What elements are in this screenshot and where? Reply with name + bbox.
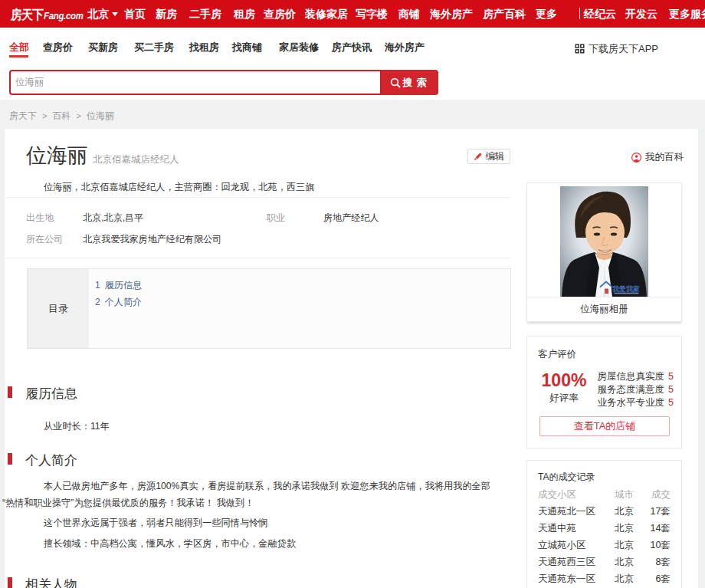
- my-baike-link[interactable]: 我的百科: [631, 151, 684, 164]
- deals-header-row: 成交小区城市成交: [527, 488, 683, 505]
- topnav-shop[interactable]: 商铺: [398, 8, 420, 20]
- rating-row-authenticity: 房屋信息真实度5: [527, 370, 674, 383]
- logo-fang-cn[interactable]: 房天下: [11, 6, 43, 24]
- page: 房天下 Fang.com 北京 首页 新房 二手房 租房 查房价 装修家居 写字…: [0, 0, 705, 588]
- breadcrumb-separator: >: [42, 111, 47, 120]
- intro-paragraph-2: 这个世界永远属于强者，弱者只能得到一些同情与怜悯: [2, 514, 502, 531]
- section-title-resume: 履历信息: [25, 385, 77, 402]
- profile-summary: 位海丽，北京佰嘉城店经纪人，主营商圈：回龙观，北苑，西三旗: [2, 181, 510, 193]
- topnav-newhouse[interactable]: 新房: [156, 8, 177, 20]
- city-selector[interactable]: 北京: [87, 8, 118, 20]
- view-shop-button[interactable]: 查看TA的店铺: [539, 416, 670, 436]
- field-label-birthplace: 出生地: [26, 212, 54, 225]
- field-value-birthplace: 北京,北京,昌平: [83, 212, 143, 225]
- profile-info-grid: 出生地 北京,北京,昌平 职业 房地产经纪人 所在公司 北京我爱我家房地产经纪有…: [6, 197, 510, 258]
- subnav-decor[interactable]: 家居装修: [279, 42, 319, 53]
- topbar-divider: [579, 8, 580, 19]
- subnav-rent[interactable]: 找租房: [189, 42, 219, 53]
- svg-text:我爱我家: 我爱我家: [612, 285, 640, 293]
- breadcrumb-baike[interactable]: 百科: [52, 110, 70, 121]
- topnav-resale[interactable]: 二手房: [189, 8, 221, 20]
- logo-fang-en[interactable]: Fang.com: [44, 11, 84, 21]
- toc-label: 目录: [28, 269, 89, 348]
- user-circle-icon: [631, 153, 641, 163]
- subnav: 全部 查房价 买新房 买二手房 找租房 找商铺 家居装修 房产快讯 海外房产 下…: [0, 28, 705, 67]
- breadcrumb-band: 房天下>百科>位海丽: [0, 100, 705, 129]
- topnav-baike[interactable]: 房产百科: [483, 8, 526, 20]
- subnav-all[interactable]: 全部: [9, 42, 29, 53]
- deals-row-3[interactable]: 立城苑小区北京10套: [527, 539, 683, 556]
- deals-row-5[interactable]: 天通苑东一区北京6套: [527, 573, 683, 588]
- review-card: 客户评价 100% 好评率 房屋信息真实度5 服务态度满意度5 业务水平专业度5…: [526, 336, 682, 448]
- topnav-agent-cloud[interactable]: 经纪云: [584, 8, 616, 20]
- section-bullet: [8, 453, 12, 465]
- subnav-price[interactable]: 查房价: [43, 42, 73, 53]
- breadcrumb-separator: >: [76, 111, 80, 120]
- section-bullet: [8, 386, 12, 398]
- topnav-decor[interactable]: 装修家居: [305, 8, 348, 20]
- topnav-more-services[interactable]: 更多服务: [669, 8, 705, 20]
- profile-subtitle: 北京佰嘉城店经纪人: [93, 153, 179, 166]
- toc-item-number: 1: [95, 280, 100, 291]
- search-input[interactable]: [9, 70, 382, 95]
- topnav-rent[interactable]: 租房: [234, 8, 255, 20]
- resume-line: 从业时长：11年: [44, 420, 110, 433]
- qr-code-icon: [575, 44, 585, 56]
- subnav-buy-resale[interactable]: 买二手房: [134, 42, 174, 53]
- breadcrumb-current: 位海丽: [87, 110, 114, 121]
- breadcrumb: 房天下>百科>位海丽: [9, 110, 114, 123]
- topnav-more[interactable]: 更多: [536, 8, 557, 20]
- deals-title: TA的成交记录: [538, 471, 595, 484]
- profile-content: 位海丽 北京佰嘉城店经纪人 编辑 位海丽，北京佰嘉城店经纪人，主营商圈：回龙观，…: [5, 129, 515, 588]
- deals-row-1[interactable]: 天通苑北一区北京17套: [527, 505, 683, 522]
- pencil-icon: [474, 152, 483, 161]
- caret-down-icon: [112, 12, 118, 16]
- deals-row-4[interactable]: 天通苑西三区北京8套: [527, 556, 683, 573]
- section-bullet: [8, 577, 12, 588]
- intro-paragraph-1: 本人已做房地产多年，房源100%真实，看房提前联系，我的承诺我做到 欢迎您来我的…: [2, 478, 502, 511]
- topnav-dev-cloud[interactable]: 开发云: [625, 8, 657, 20]
- album-caption[interactable]: 位海丽相册: [527, 297, 681, 321]
- field-value-occupation: 房地产经纪人: [323, 212, 379, 225]
- topnav-home[interactable]: 首页: [124, 8, 146, 20]
- rating-row-attitude: 服务态度满意度5: [527, 383, 674, 396]
- page-title: 位海丽: [26, 142, 88, 169]
- topnav-overseas[interactable]: 海外房产: [430, 8, 473, 20]
- agent-photo: 我爱我家: [560, 186, 648, 297]
- subnav-overseas[interactable]: 海外房产: [385, 42, 425, 53]
- deals-row-2[interactable]: 天通中苑北京14套: [527, 522, 683, 539]
- edit-button[interactable]: 编辑: [467, 149, 510, 164]
- section-title-intro: 个人简介: [25, 452, 77, 469]
- intro-paragraph-3: 擅长领域：中高档公寓，懂风水，学区房，市中心，金融贷款: [2, 535, 502, 552]
- breadcrumb-home[interactable]: 房天下: [9, 110, 37, 121]
- download-app-link[interactable]: 下载房天下APP: [575, 42, 658, 56]
- toc-box: 目录 1履历信息 2个人简介: [27, 268, 511, 349]
- deals-card: TA的成交记录 成交小区城市成交 天通苑北一区北京17套 天通中苑北京14套 立…: [526, 460, 682, 588]
- toc-item-2: 2个人简介: [95, 296, 142, 309]
- topnav-price[interactable]: 查房价: [264, 8, 296, 20]
- toc-item-number: 2: [95, 297, 100, 307]
- subnav-buy-new[interactable]: 买新房: [88, 42, 118, 53]
- field-label-occupation: 职业: [267, 212, 285, 225]
- topnav-office[interactable]: 写字楼: [356, 8, 388, 20]
- toc-item-1: 1履历信息: [95, 279, 142, 292]
- subnav-shop[interactable]: 找商铺: [232, 42, 262, 53]
- field-value-company: 北京我爱我家房地产经纪有限公司: [83, 233, 221, 246]
- album-card[interactable]: 我爱我家 位海丽相册: [526, 182, 682, 322]
- toc-link-resume[interactable]: 履历信息: [105, 280, 142, 291]
- toc-link-intro[interactable]: 个人简介: [105, 297, 142, 307]
- section-title-related: 相关人物: [25, 576, 77, 588]
- subnav-active-underline: [9, 55, 28, 57]
- search-button[interactable]: 搜索: [382, 70, 438, 95]
- review-title: 客户评价: [538, 348, 576, 361]
- field-label-company: 所在公司: [26, 233, 63, 246]
- search-icon: [390, 77, 401, 88]
- topbar: 房天下 Fang.com 北京 首页 新房 二手房 租房 查房价 装修家居 写字…: [0, 0, 705, 28]
- subnav-news[interactable]: 房产快讯: [332, 42, 372, 53]
- rating-row-professional: 业务水平专业度5: [527, 396, 674, 409]
